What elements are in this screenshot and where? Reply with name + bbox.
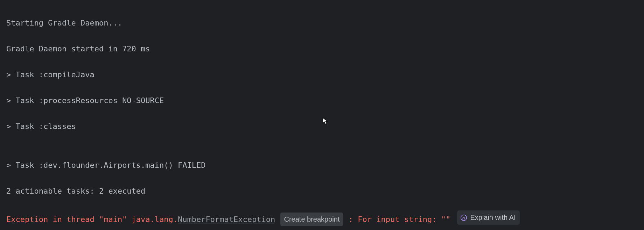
- explain-label: Explain with AI: [470, 211, 516, 224]
- log-line: > Task :processResources NO-SOURCE: [6, 94, 644, 107]
- log-line: > Task :classes: [6, 120, 644, 133]
- explain-with-ai-button[interactable]: Explain with AI: [457, 210, 520, 225]
- exception-suffix: : For input string: "": [349, 215, 450, 224]
- exception-line: Exception in thread "main" java.lang.Num…: [6, 210, 644, 226]
- ai-swirl-icon: [460, 214, 468, 222]
- log-line: > Task :compileJava: [6, 68, 644, 81]
- exception-class-link[interactable]: NumberFormatException: [178, 215, 275, 224]
- console-output: Starting Gradle Daemon... Gradle Daemon …: [0, 0, 644, 230]
- log-line: Starting Gradle Daemon...: [6, 16, 644, 29]
- exception-prefix: Exception in thread "main" java.lang.: [6, 215, 178, 224]
- log-line: > Task :dev.flounder.Airports.main() FAI…: [6, 159, 644, 172]
- log-line: 2 actionable tasks: 2 executed: [6, 185, 644, 197]
- create-breakpoint-button[interactable]: Create breakpoint: [280, 213, 343, 226]
- log-line: Gradle Daemon started in 720 ms: [6, 42, 644, 55]
